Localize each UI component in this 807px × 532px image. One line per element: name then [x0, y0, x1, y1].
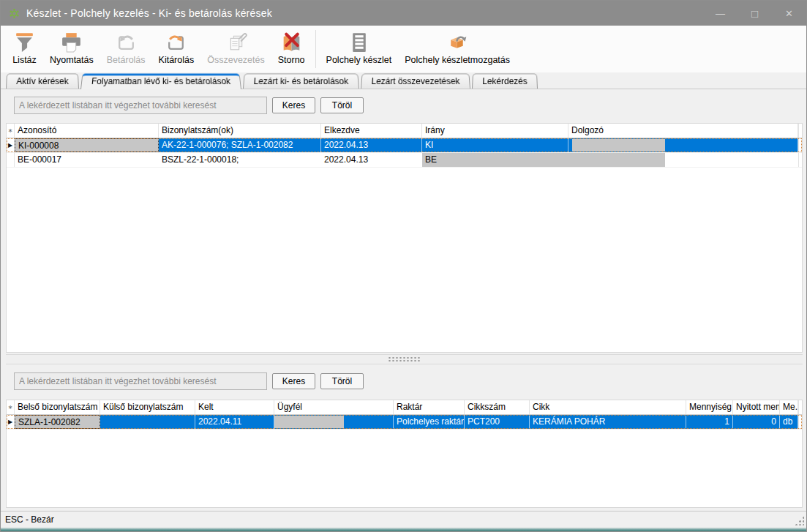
detail-table: ∗ Belső bizonylatszám Külső bizonylatszá…: [6, 400, 803, 508]
cell-raktar[interactable]: Polchelyes raktár: [394, 415, 465, 429]
book-cross-icon: [279, 30, 304, 54]
cell-cikkszam[interactable]: PCT200: [465, 415, 530, 429]
cell-mennyiseg[interactable]: 1: [686, 415, 733, 429]
toolbar-separator: [315, 30, 316, 68]
splitter-handle[interactable]: [6, 354, 803, 364]
osszevezetes-button: Összevezetés: [200, 29, 271, 65]
col-kelt[interactable]: Kelt: [195, 400, 274, 414]
cell-bizonylatszamok[interactable]: BSZL-22-1-000018;: [159, 153, 321, 167]
osszevezetes-label: Összevezetés: [207, 55, 265, 65]
arrow-in-icon: [114, 30, 138, 54]
documents-clip-icon: [224, 30, 248, 54]
col-me[interactable]: Me.: [780, 400, 798, 414]
detail-search-row: Keres Töröl: [14, 372, 364, 390]
select-all-icon[interactable]: ∗: [7, 400, 15, 414]
redacted-value: [274, 416, 344, 428]
resize-grip[interactable]: [795, 516, 804, 525]
detail-table-header: ∗ Belső bizonylatszám Külső bizonylatszá…: [7, 400, 802, 415]
polchely-keszlet-label: Polchely készlet: [326, 55, 392, 65]
kitarolas-label: Kitárolás: [159, 55, 195, 65]
cell-elkezdve[interactable]: 2022.04.13: [321, 138, 422, 152]
tab-strip: Aktív kérések Folyamatban lévő ki- és be…: [1, 72, 806, 89]
requests-table: ∗ Azonosító Bizonylatszám(ok) Elkezdve I…: [6, 123, 803, 353]
select-all-icon[interactable]: ∗: [7, 124, 15, 138]
detail-search-input[interactable]: [14, 372, 267, 390]
tab-aktiv-keresek[interactable]: Aktív kérések: [6, 73, 79, 89]
col-irany[interactable]: Irány: [422, 124, 568, 138]
storno-label: Storno: [278, 55, 305, 65]
cell-azonosito[interactable]: KI-000008: [15, 138, 159, 152]
cell-elkezdve[interactable]: 2022.04.13: [321, 153, 422, 167]
storno-button[interactable]: Storno: [271, 29, 312, 65]
listaz-button[interactable]: Listáz: [6, 29, 43, 65]
row-indicator-icon: ▶: [7, 138, 15, 152]
col-cikkszam[interactable]: Cikkszám: [465, 400, 530, 414]
arrow-out-icon: [164, 30, 188, 54]
table-row[interactable]: BE-000017 BSZL-22-1-000018; 2022.04.13 B…: [7, 153, 802, 168]
betarolas-button: Betárolás: [100, 29, 152, 65]
cell-dolgozo[interactable]: [568, 153, 798, 167]
col-ugyfel[interactable]: Ügyfél: [274, 400, 394, 414]
content-area: Keres Töröl ∗ Azonosító Bizonylatszám(ok…: [1, 89, 806, 511]
app-window: Készlet - Polchely kezelés - Ki- és betá…: [0, 0, 807, 532]
cell-irany[interactable]: KI: [422, 138, 568, 152]
app-icon: [9, 8, 20, 19]
redacted-value: [572, 139, 665, 151]
table-row[interactable]: ▶ KI-000008 AK-22-1-000076; SZLA-1-00208…: [7, 138, 802, 153]
table-row[interactable]: ▶ SZLA-1-002082 2022.04.11 Polchelyes ra…: [7, 415, 802, 430]
requests-table-header: ∗ Azonosító Bizonylatszám(ok) Elkezdve I…: [7, 124, 802, 138]
filter-icon: [12, 30, 37, 54]
requests-clear-button[interactable]: Töröl: [320, 97, 364, 113]
kitarolas-button[interactable]: Kitárolás: [152, 29, 201, 65]
window-controls: — □ ✕: [703, 1, 806, 26]
col-bizonylatszamok[interactable]: Bizonylatszám(ok): [159, 124, 321, 138]
col-nyitott-mennyiseg[interactable]: Nyitott men: [733, 400, 780, 414]
col-azonosito[interactable]: Azonosító: [15, 124, 159, 138]
tab-lezart-ki-betarolasok[interactable]: Lezárt ki- és betárolások: [243, 73, 359, 89]
window-bottom-edge: [1, 528, 806, 532]
cell-azonosito[interactable]: BE-000017: [15, 153, 159, 167]
listaz-label: Listáz: [12, 55, 37, 65]
detail-clear-button[interactable]: Töröl: [320, 373, 364, 389]
detail-search-button[interactable]: Keres: [272, 373, 315, 389]
header-filler: [798, 124, 802, 138]
title-bar: Készlet - Polchely kezelés - Ki- és betá…: [1, 1, 806, 26]
col-elkezdve[interactable]: Elkezdve: [321, 124, 422, 138]
minimize-button[interactable]: —: [703, 1, 737, 26]
betarolas-label: Betárolás: [107, 55, 146, 65]
col-raktar[interactable]: Raktár: [394, 400, 465, 414]
cell-nyitott-mennyiseg[interactable]: 0: [733, 415, 780, 429]
requests-search-input[interactable]: [14, 97, 267, 114]
col-mennyiseg[interactable]: Mennyiség: [686, 400, 733, 414]
polchely-keszletmozgatas-button[interactable]: Polchely készletmozgatás: [398, 29, 517, 65]
polchely-keszlet-button[interactable]: Polchely készlet: [320, 29, 399, 65]
requests-search-button[interactable]: Keres: [272, 97, 315, 113]
tab-lekerdezes[interactable]: Lekérdezés: [472, 73, 538, 89]
col-dolgozo[interactable]: Dolgozó: [568, 124, 798, 138]
close-button[interactable]: ✕: [772, 1, 806, 26]
maximize-button[interactable]: □: [737, 1, 772, 26]
polchely-keszletmozgatas-label: Polchely készletmozgatás: [405, 55, 510, 65]
window-title: Készlet - Polchely kezelés - Ki- és betá…: [26, 7, 272, 19]
tab-lezart-osszevezetesek[interactable]: Lezárt összevezetések: [361, 73, 470, 89]
col-belso-bizonylatszam[interactable]: Belső bizonylatszám: [15, 400, 100, 414]
tab-folyamatban-levo[interactable]: Folyamatban lévő ki- és betárolások: [80, 74, 241, 89]
cell-me[interactable]: db: [780, 415, 798, 429]
row-indicator-icon: ▶: [7, 415, 15, 429]
col-kulso-bizonylatszam[interactable]: Külső bizonylatszám: [100, 400, 195, 414]
nyomtatas-button[interactable]: Nyomtatás: [43, 29, 100, 65]
cell-irany[interactable]: BE: [422, 153, 568, 167]
cell-kelt[interactable]: 2022.04.11: [195, 415, 274, 429]
cell-belso-bizonylatszam[interactable]: SZLA-1-002082: [15, 415, 100, 429]
printer-icon: [59, 30, 83, 54]
col-cikk[interactable]: Cikk: [530, 400, 686, 414]
cell-bizonylatszamok[interactable]: AK-22-1-000076; SZLA-1-002082: [159, 138, 321, 152]
status-bar: ESC - Bezár: [1, 511, 806, 528]
cell-cikk[interactable]: KERÁMIA POHÁR: [530, 415, 686, 429]
splitter-grip-icon: [388, 356, 421, 362]
requests-search-row: Keres Töröl: [14, 97, 364, 114]
ledger-icon: [347, 30, 371, 54]
nyomtatas-label: Nyomtatás: [50, 55, 94, 65]
cell-kulso-bizonylatszam[interactable]: [100, 415, 195, 429]
box-arrow-icon: [446, 30, 470, 54]
